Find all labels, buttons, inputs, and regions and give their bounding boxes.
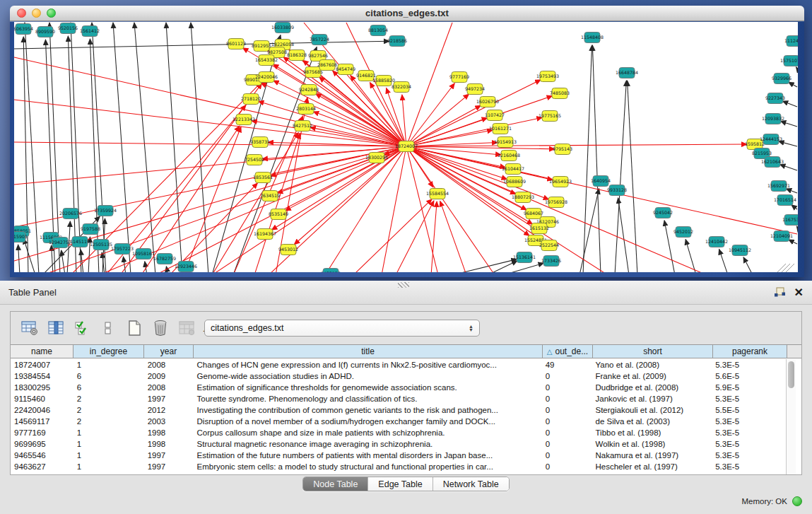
table-cell[interactable]: de Silva et al. (2003)	[592, 417, 712, 426]
table-cell[interactable]: 5.3E-5	[712, 451, 786, 460]
table-row[interactable]: 969969511998Structural magnetic resonanc…	[11, 438, 786, 450]
table-cell[interactable]: Dudbridge et al. (2008)	[592, 383, 712, 392]
table-cell[interactable]: 5.3E-5	[712, 395, 786, 403]
table-cell[interactable]: 1	[73, 451, 144, 460]
table-cell[interactable]: 1998	[144, 440, 194, 448]
table-cell[interactable]: 9699695	[11, 440, 73, 448]
panel-resize-grip[interactable]	[398, 282, 409, 288]
table-scrollbar-thumb[interactable]	[788, 361, 794, 388]
canvas-resize-grip[interactable]	[777, 264, 786, 272]
table-cell[interactable]: 1	[73, 361, 144, 369]
table-cell[interactable]: 0	[542, 372, 592, 380]
float-window-icon[interactable]	[773, 286, 787, 299]
table-cell[interactable]: 0	[542, 440, 592, 448]
table-cell[interactable]: 19384554	[11, 372, 73, 380]
canvas-resize-grip[interactable]	[782, 264, 790, 272]
table-cell[interactable]: Estimation of significance thresholds fo…	[194, 383, 542, 392]
table-cell[interactable]: Yano et al. (2008)	[592, 361, 712, 369]
column-header-title[interactable]: title	[194, 345, 543, 358]
table-cell[interactable]: 18724007	[11, 361, 73, 369]
table-cell[interactable]: Embryonic stem cells: a model to study s…	[194, 462, 542, 471]
table-cell[interactable]: Structural magnetic resonance image aver…	[194, 440, 542, 448]
table-row[interactable]: 977716911998Corpus callosum shape and si…	[11, 427, 786, 438]
delete-column-icon[interactable]	[151, 319, 170, 337]
table-row[interactable]: 946362711997Embryonic stem cells: a mode…	[11, 461, 786, 472]
table-row[interactable]: 911546021997Tourette syndrome. Phenomeno…	[11, 393, 786, 404]
table-cell[interactable]: 5.3E-5	[712, 462, 786, 471]
table-cell[interactable]: Jankovic et al. (1997)	[592, 395, 712, 403]
table-cell[interactable]: 5.3E-5	[712, 428, 786, 437]
table-select-dropdown[interactable]: citations_edges.txt ▲▼	[204, 320, 480, 337]
table-cell[interactable]: 2008	[144, 383, 194, 392]
table-cell[interactable]: Changes of HCN gene expression and I(f) …	[194, 361, 542, 369]
table-cell[interactable]: 0	[542, 417, 592, 426]
column-header-short[interactable]: short	[593, 345, 713, 358]
network-window[interactable]: citations_edges.txt 18724007183002958601…	[10, 6, 804, 277]
table-cell[interactable]: 6	[73, 372, 144, 380]
network-window-titlebar[interactable]: citations_edges.txt	[10, 6, 804, 21]
tab-network-table[interactable]: Network Table	[433, 477, 509, 491]
table-cell[interactable]: 0	[542, 406, 592, 414]
table-cell[interactable]: Hescheler et al. (1997)	[592, 462, 712, 471]
table-cell[interactable]: Investigating the contribution of common…	[194, 406, 542, 414]
table-cell[interactable]: 0	[542, 383, 592, 392]
table-cell[interactable]: 2	[73, 406, 144, 414]
canvas-resize-grip[interactable]	[786, 264, 794, 272]
table-row[interactable]: 946554611997Estimation of the future num…	[11, 450, 786, 461]
table-cell[interactable]: 1997	[144, 395, 194, 403]
row-height-icon[interactable]	[99, 319, 117, 337]
table-cell[interactable]: 5.3E-5	[712, 361, 786, 369]
table-cell[interactable]: 0	[542, 451, 592, 460]
table-cell[interactable]: 0	[542, 395, 592, 403]
column-header-out_de[interactable]: △out_de...	[543, 345, 593, 358]
table-cell[interactable]: 1	[73, 440, 144, 448]
table-cell[interactable]: 1997	[144, 451, 194, 460]
table-cell[interactable]: Nakamura et al. (1997)	[592, 451, 712, 460]
table-mode-icon[interactable]	[20, 319, 39, 337]
table-cell[interactable]: 9115460	[11, 395, 73, 403]
table-cell[interactable]: Stergiakouli et al. (2012)	[592, 406, 712, 414]
table-cell[interactable]: Tourette syndrome. Phenomenology and cla…	[194, 395, 542, 403]
table-cell[interactable]: 2	[73, 395, 144, 403]
table-cell[interactable]: 2008	[144, 361, 194, 369]
table-row[interactable]: 1456911722003Disruption of a novel membe…	[11, 416, 786, 427]
table-cell[interactable]: 2012	[144, 406, 194, 414]
table-cell[interactable]: 1997	[144, 462, 194, 471]
show-columns-icon[interactable]	[47, 319, 65, 337]
table-row[interactable]: 1938455462009Genome-wide association stu…	[11, 370, 786, 382]
table-cell[interactable]: Estimation of the future numbers of pati…	[194, 451, 542, 460]
select-rows-icon[interactable]	[73, 319, 91, 337]
table-cell[interactable]: 18300295	[11, 383, 73, 392]
table-scrollbar[interactable]	[786, 359, 796, 474]
network-canvas[interactable]: 1872400718300295860112389129551822605898…	[14, 22, 798, 272]
create-column-icon[interactable]	[125, 319, 143, 337]
table-cell[interactable]: Corpus callosum shape and size in male p…	[194, 428, 542, 437]
table-cell[interactable]: 9777169	[11, 428, 73, 437]
table-cell[interactable]: 5.6E-5	[712, 372, 786, 380]
network-graph[interactable]: 1872400718300295860112389129551822605898…	[14, 22, 798, 272]
table-cell[interactable]: 5.5E-5	[712, 406, 786, 414]
table-cell[interactable]: 5.9E-5	[712, 383, 786, 392]
table-cell[interactable]: Wolkin et al. (1998)	[592, 440, 712, 448]
tab-edge-table[interactable]: Edge Table	[368, 477, 433, 491]
table-cell[interactable]: Disruption of a novel member of a sodium…	[194, 417, 542, 426]
tab-node-table[interactable]: Node Table	[303, 477, 368, 491]
table-cell[interactable]: Franke et al. (2009)	[592, 372, 712, 380]
table-cell[interactable]: 0	[542, 462, 592, 471]
column-header-name[interactable]: name	[11, 345, 73, 358]
table-cell[interactable]: 1998	[144, 428, 194, 437]
table-row[interactable]: 1872400712008Changes of HCN gene express…	[11, 359, 786, 370]
table-cell[interactable]: 1	[73, 462, 144, 471]
column-header-in_degree[interactable]: in_degree	[73, 345, 144, 358]
table-row[interactable]: 1830029562008Estimation of significance …	[11, 382, 786, 393]
table-cell[interactable]: 2003	[144, 417, 194, 426]
column-header-year[interactable]: year	[144, 345, 194, 358]
table-cell[interactable]: Genome-wide association studies in ADHD.	[194, 372, 542, 380]
table-cell[interactable]: 22420046	[11, 406, 73, 414]
table-cell[interactable]: 0	[542, 428, 592, 437]
table-cell[interactable]: 2009	[144, 372, 194, 380]
table-cell[interactable]: 5.3E-5	[712, 417, 786, 426]
table-cell[interactable]: 1	[73, 428, 144, 437]
table-cell[interactable]: Tibbo et al. (1998)	[592, 428, 712, 437]
table-cell[interactable]: 9463627	[11, 462, 73, 471]
